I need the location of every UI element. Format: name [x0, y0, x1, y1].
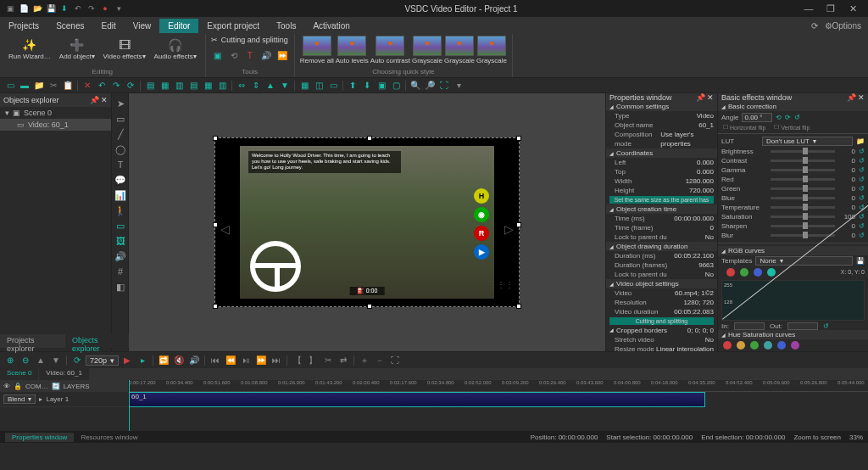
menu-view[interactable]: View	[125, 19, 160, 33]
lock-header[interactable]: 🔒	[14, 383, 22, 390]
prev-frame-icon[interactable]: ◁	[220, 222, 230, 236]
tree-video[interactable]: ▭ Video: 60_1	[0, 119, 111, 131]
layer-collapse-icon[interactable]: ▸	[39, 395, 42, 403]
rect-icon[interactable]: ▭	[114, 112, 127, 126]
style-auto-contrast[interactable]: Auto contrast	[370, 36, 410, 64]
zoom-out-icon[interactable]: 🔎	[423, 80, 437, 92]
prop-row[interactable]: Left0.000	[606, 158, 717, 167]
green-channel[interactable]	[740, 268, 748, 277]
curve-in-input[interactable]	[734, 322, 765, 330]
slider-track[interactable]	[771, 197, 835, 199]
export-icon[interactable]: ⬇	[59, 3, 70, 14]
ellipse-icon[interactable]: ◯	[114, 143, 127, 156]
prop-row[interactable]: Duration (frames)9663	[606, 260, 717, 270]
slider-blue[interactable]: Blue0↺	[718, 193, 868, 203]
slider-track[interactable]	[771, 234, 835, 237]
pin-icon[interactable]: 📌	[696, 93, 705, 102]
prop-row[interactable]: Stretch videoNo	[606, 335, 717, 344]
slider-brightness[interactable]: Brightness0↺	[718, 147, 868, 156]
prop-row[interactable]: Object name60_1	[606, 120, 717, 130]
subtitle-icon[interactable]: ◧	[114, 280, 127, 294]
next-frame-icon[interactable]: ▷	[504, 222, 514, 236]
cropped-header[interactable]: Cropped borders	[609, 326, 667, 335]
group-icon[interactable]: ▣	[375, 80, 388, 92]
video-effects-button[interactable]: 🎞 Video effects▾	[100, 36, 149, 62]
cut-split-action[interactable]: Cutting and splitting	[609, 317, 714, 325]
reset-icon[interactable]: ↺	[859, 213, 865, 221]
menu-dots-icon[interactable]: ⋮⋮⋮	[488, 280, 514, 289]
slider-track[interactable]	[771, 215, 835, 218]
slider-track[interactable]	[771, 169, 835, 171]
pointer-icon[interactable]: ➤	[114, 97, 127, 110]
grid-icon[interactable]: ▦	[298, 80, 311, 92]
play-all-icon[interactable]: ▸	[136, 355, 149, 366]
fit-tl-icon[interactable]: ⛶	[388, 355, 402, 366]
rgb-header[interactable]: RGB curves	[718, 246, 868, 255]
rotate-ccw-icon[interactable]: ⟲	[776, 114, 782, 121]
rotate-cw-icon[interactable]: ⟳	[785, 114, 791, 121]
panel-close-icon[interactable]: ✕	[707, 93, 714, 102]
refresh-icon[interactable]: ⟳	[811, 21, 818, 31]
zoom-tl-in-icon[interactable]: ＋	[358, 355, 371, 366]
prop-row[interactable]: Resolution1280; 720	[606, 298, 717, 307]
zoom-tl-out-icon[interactable]: －	[373, 355, 387, 366]
prop-row[interactable]: Resize modeLinear interpolation	[606, 344, 717, 351]
reset-curve-icon[interactable]: ↺	[823, 322, 829, 330]
order-back-icon[interactable]: ▼	[278, 80, 292, 92]
com-header[interactable]: COM…	[25, 383, 48, 390]
style-gray-1[interactable]: Grayscale	[412, 36, 442, 64]
undo2-icon[interactable]: ↶	[95, 80, 108, 92]
timeline-tracks[interactable]: 0:00:17.2000:00:34.4000:00:51.6000:01:08…	[129, 380, 868, 431]
sync-header[interactable]: 🔄	[52, 383, 60, 390]
more-icon[interactable]: ▾	[452, 80, 465, 92]
menu-projects[interactable]: Projects	[0, 19, 47, 33]
slider-track[interactable]	[771, 206, 835, 209]
vis-header[interactable]: 👁	[3, 383, 10, 390]
panel-close-icon[interactable]: ✕	[858, 93, 865, 102]
new-scene-icon[interactable]: ▭	[3, 80, 17, 92]
ruler-icon[interactable]: ▭	[326, 80, 340, 92]
tree-scene[interactable]: ▾ ▣ Scene 0	[0, 107, 111, 119]
video-object[interactable]: Welcome to Holly Wood Driver. This time,…	[214, 137, 520, 307]
align-left-icon[interactable]: ▤	[143, 80, 157, 92]
slider-contrast[interactable]: Contrast0↺	[718, 156, 868, 165]
slider-track[interactable]	[771, 159, 835, 162]
video-settings-header[interactable]: Video object settings	[606, 279, 717, 288]
curve-out-input[interactable]	[787, 322, 818, 330]
prev-key-icon[interactable]: ⏮	[209, 355, 222, 366]
video-tool-icon[interactable]: ▭	[114, 219, 127, 232]
snap-icon[interactable]: ◫	[312, 80, 326, 92]
panel-close-icon[interactable]: ✕	[101, 96, 108, 104]
reset-icon[interactable]: ↺	[859, 148, 865, 155]
hue-cyan[interactable]	[764, 341, 772, 350]
align-center-icon[interactable]: ▦	[158, 80, 171, 92]
canvas[interactable]: Welcome to Holly Wood Driver. This time,…	[129, 93, 605, 351]
blue-channel[interactable]	[754, 268, 762, 277]
prop-row[interactable]: Width1280.000	[606, 176, 717, 186]
pin-icon[interactable]: 📌	[847, 93, 856, 102]
prop-row[interactable]: Lock to parent duNo	[606, 232, 717, 242]
slider-track[interactable]	[771, 178, 835, 181]
slider-gamma[interactable]: Gamma0↺	[718, 165, 868, 175]
angle-input[interactable]: 0.00 °	[742, 113, 772, 122]
hue-red[interactable]	[723, 341, 732, 350]
add-object-button[interactable]: ➕ Add object▾	[56, 36, 98, 62]
same-size-button[interactable]: Set the same size as the parent has	[609, 196, 714, 204]
templates-select[interactable]: None	[755, 256, 853, 266]
audio-effects-button[interactable]: 🎧 Audio effects▾	[151, 36, 200, 62]
hflip-check[interactable]: ☐ Horizontal flip	[723, 124, 765, 131]
vol-icon[interactable]: 🔊	[187, 355, 201, 366]
reset-icon[interactable]: ↺	[859, 185, 865, 193]
lut-browse-icon[interactable]: 📁	[856, 137, 865, 145]
audio-tool-icon[interactable]: 🔊	[114, 249, 127, 263]
drawing-header[interactable]: Object drawing duration	[606, 242, 717, 251]
tab-objects[interactable]: Objects explorer	[65, 334, 129, 348]
menu-scenes[interactable]: Scenes	[47, 19, 92, 33]
prop-row[interactable]: Composition modeUse layer's properties	[606, 130, 717, 148]
timeline-clip[interactable]: 60_1	[129, 392, 705, 407]
slider-saturation[interactable]: Saturation100↺	[718, 212, 868, 221]
hue-header[interactable]: Hue Saturation curves	[718, 330, 868, 339]
creation-header[interactable]: Object creation time	[606, 204, 717, 214]
tl-tab-video[interactable]: Video: 60_1	[39, 368, 89, 380]
lut-select[interactable]: Don't use LUT	[762, 137, 853, 146]
